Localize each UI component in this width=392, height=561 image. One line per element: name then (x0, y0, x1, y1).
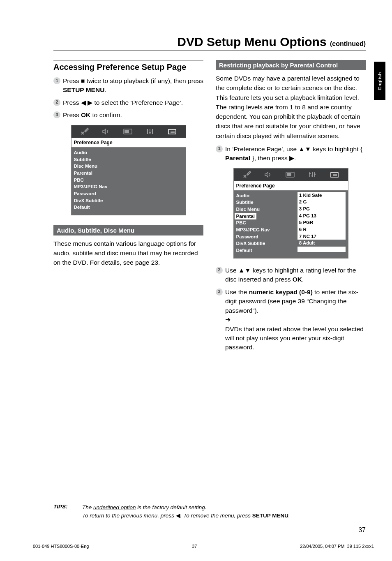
title-main: DVD Setup Menu Options (177, 35, 326, 48)
menu-item-highlighted: Parental (235, 213, 256, 220)
menu-item: PBC (236, 219, 296, 226)
crop-mark (20, 10, 27, 17)
rating-option: 5 PGR (297, 219, 346, 226)
right-column: Restricting playback by Parental Control… (216, 60, 366, 356)
rating-option: 6 R (297, 226, 346, 233)
subsection-band: Restricting playback by Parental Control (216, 60, 366, 70)
print-footer-meta: 001-049 HTS8000S-00-Eng 37 22/04/2005, 0… (33, 544, 374, 549)
manual-page: English DVD Setup Menu Options (continue… (0, 0, 392, 561)
preference-menu-screenshot-1: Preference Page Audio Subtitle Disc Menu… (71, 125, 186, 215)
svg-rect-1 (125, 130, 129, 133)
svg-rect-5 (168, 129, 176, 134)
menu-item: Disc Menu (236, 206, 296, 213)
left-column: Accessing Preference Setup Page 1 Press … (53, 60, 203, 356)
page-number: 37 (358, 526, 366, 534)
menu-item: PBC (74, 177, 134, 184)
lock-icon (330, 171, 339, 179)
crop-mark (20, 544, 27, 551)
footer-filename: 001-049 HTS8000S-00-Eng (33, 544, 89, 549)
menu-body: Audio Subtitle Disc Menu Parental PBC MP… (71, 148, 186, 215)
rating-option: 3 PG (297, 205, 346, 212)
menu-item: Subtitle (74, 156, 134, 163)
right-step-2-text: Use ▲▼ keys to highlight a rating level … (225, 266, 366, 284)
speaker-icon (101, 127, 111, 136)
stop-icon: ■ (81, 77, 85, 84)
two-column-layout: Accessing Preference Setup Page 1 Press … (53, 60, 366, 356)
section-heading-wrap: Accessing Preference Setup Page (53, 60, 203, 72)
title-suffix: (continued) (330, 40, 366, 47)
up-down-arrow-icon: ▲▼ (238, 267, 251, 274)
speaker-icon (264, 171, 273, 179)
rating-option: 2 G (297, 199, 346, 205)
up-down-arrow-icon: ▲▼ (298, 145, 311, 152)
tips-label: TIPS: (53, 503, 73, 520)
right-step-1-text: In ‘Preference Page’, use ▲▼ keys to hig… (225, 145, 366, 163)
step-number-1: 1 (216, 145, 223, 152)
result-arrow-icon: ➜ (225, 316, 231, 323)
left-arrow-icon: ◀ (176, 513, 180, 519)
language-label: English (377, 72, 382, 90)
menu-item: Default (74, 204, 134, 211)
language-tab: English (374, 62, 385, 100)
subsection-paragraph: These menus contain various language opt… (53, 239, 203, 268)
svg-rect-7 (287, 173, 291, 176)
menu-item: Disc Menu (74, 163, 134, 170)
menu-body: Audio Subtitle Disc Menu Parental PBC MP… (234, 191, 348, 258)
intro-paragraph: Some DVDs may have a parental level assi… (216, 74, 366, 141)
right-arrow-icon: ▶ (289, 155, 294, 162)
step-number-2: 2 (216, 267, 223, 274)
step-3-text: Press OK to confirm. (63, 111, 203, 120)
sliders-icon (308, 171, 317, 179)
step-2: 2 Press ◀ ▶ to select the ‘Preference Pa… (53, 98, 203, 107)
menu-items: Audio Subtitle Disc Menu Parental PBC MP… (74, 149, 134, 211)
menu-item: Password (74, 190, 134, 197)
page-title: DVD Setup Menu Options (continued) (53, 35, 366, 49)
wrench-x-icon (80, 127, 89, 136)
sliders-icon (146, 127, 155, 136)
lock-icon (167, 127, 177, 136)
menu-item: Parental (74, 170, 134, 177)
menu-item: Password (236, 233, 296, 240)
svg-point-3 (149, 132, 151, 134)
menu-item: MP3/JPEG Nav (74, 183, 134, 190)
right-step-3-text: Use the numeric keypad (0-9) to enter th… (225, 288, 366, 352)
page-title-wrap: DVD Setup Menu Options (continued) (53, 35, 366, 51)
tips-body: The underlined option is the factory def… (82, 503, 357, 520)
left-right-arrow-icon: ◀ ▶ (81, 99, 92, 106)
menu-item: Parental (236, 213, 296, 220)
menu-tab-row (71, 125, 186, 138)
tv-icon (285, 171, 296, 179)
step-number-1: 1 (53, 77, 60, 84)
right-step-1: 1 In ‘Preference Page’, use ▲▼ keys to h… (216, 145, 366, 163)
menu-left-items: Audio Subtitle Disc Menu Parental PBC MP… (236, 192, 296, 254)
footer-page: 37 (192, 544, 197, 549)
footer-right: 22/04/2005, 04:07 PM 39 115 2xxx1 (300, 544, 374, 549)
subsection-band: Audio, Subtitle, Disc Menu (53, 225, 203, 235)
menu-header: Preference Page (71, 138, 186, 148)
rating-option-selected: 8 Adult (297, 240, 346, 247)
step-3: 3 Press OK to confirm. (53, 111, 203, 120)
underlined-option: underlined option (93, 504, 136, 510)
tips-footer: TIPS: The underlined option is the facto… (53, 503, 357, 520)
menu-header: Preference Page (234, 181, 348, 191)
menu-item: Subtitle (236, 199, 296, 206)
menu-item: Audio (236, 192, 296, 199)
menu-item: MP3/JPEG Nav (236, 226, 296, 233)
rating-option: 7 NC 17 (297, 233, 346, 240)
step-number-3: 3 (216, 289, 223, 296)
step-number-2: 2 (53, 99, 60, 106)
step-1: 1 Press ■ twice to stop playback (if any… (53, 76, 203, 95)
menu-tab-row (234, 169, 348, 181)
section-heading: Accessing Preference Setup Page (53, 62, 203, 72)
svg-rect-11 (331, 173, 338, 177)
menu-item: Default (236, 247, 296, 254)
menu-right-options: 1 Kid Safe 2 G 3 PG 4 PG 13 5 PGR 6 R 7 … (297, 192, 346, 252)
preference-menu-screenshot-2: Preference Page Audio Subtitle Disc Menu… (233, 168, 348, 259)
svg-point-9 (311, 175, 313, 177)
svg-point-8 (309, 173, 311, 174)
right-step-2: 2 Use ▲▼ keys to highlight a rating leve… (216, 266, 366, 284)
step-number-3: 3 (53, 111, 60, 118)
content-area: DVD Setup Menu Options (continued) Acces… (53, 35, 366, 356)
rating-option: 4 PG 13 (297, 212, 346, 219)
svg-point-4 (152, 130, 153, 132)
